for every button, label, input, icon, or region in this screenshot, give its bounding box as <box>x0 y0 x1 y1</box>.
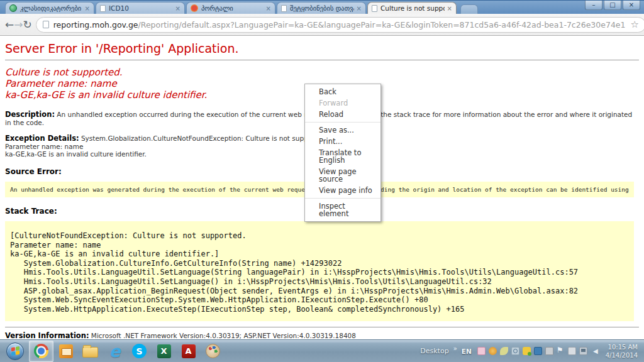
restore-button[interactable]: □ <box>604 1 621 10</box>
tab-messages[interactable]: შეტყობინების დათვალ… × <box>277 2 366 14</box>
tab-close-icon[interactable]: × <box>85 5 90 12</box>
green-globe-favicon-icon <box>9 4 17 12</box>
context-menu-item-reload[interactable]: Reload <box>305 109 380 120</box>
error-subtitle-line2: Parameter name: name <box>5 78 117 89</box>
url-domain: reporting.moh.gov.ge <box>53 20 138 30</box>
tray-printer-icon[interactable] <box>545 347 553 355</box>
internet-explorer-icon: e <box>109 344 121 359</box>
version-text: Microsoft .NET Framework Version:4.0.303… <box>89 332 356 339</box>
tray-icons <box>477 347 599 355</box>
context-menu-separator <box>305 198 380 199</box>
exception-details-text: System.Globalization.CultureNotFoundExce… <box>79 134 328 142</box>
context-menu-item-inspect-element[interactable]: Inspect element <box>305 200 380 219</box>
divider <box>5 60 639 60</box>
taskbar-outlook-button[interactable] <box>53 341 78 362</box>
tab-close-icon[interactable]: × <box>447 5 452 12</box>
close-button[interactable]: × <box>623 1 640 10</box>
tab-portal[interactable]: პორტალი × <box>186 2 275 14</box>
tab-title: პორტალი <box>201 4 264 12</box>
windows-taskbar: e Desktop » EN 10:15 AM 4/14/2014 <box>0 339 644 362</box>
system-tray: Desktop » EN 10:15 AM 4/14/2014 <box>420 343 644 359</box>
chevron-expand-icon[interactable]: » <box>453 345 457 352</box>
document-favicon-icon <box>281 5 287 12</box>
document-favicon-icon <box>372 5 377 12</box>
error-subtitle-line3: ka-GE,ka-GE is an invalid culture identi… <box>5 89 207 101</box>
tray-sync-icon[interactable] <box>534 347 542 355</box>
tab-culture-error-active[interactable]: Culture is not supported. × <box>367 2 457 14</box>
tray-volume-icon[interactable] <box>591 347 599 355</box>
taskbar-chrome-button[interactable] <box>29 341 53 362</box>
divider <box>5 327 639 327</box>
tab-close-icon[interactable]: × <box>175 5 180 12</box>
taskbar-paint-button[interactable] <box>201 341 225 362</box>
stack-trace-box: [CultureNotFoundException: Culture is no… <box>5 221 634 321</box>
document-favicon-icon <box>100 5 106 12</box>
url-text[interactable]: reporting.moh.gov.ge/Reporting/default.a… <box>53 20 626 30</box>
folder-explorer-icon <box>82 347 98 358</box>
skype-icon <box>132 344 147 358</box>
stack-trace-text: [CultureNotFoundException: Culture is no… <box>10 231 629 314</box>
minimize-button[interactable]: – <box>585 1 602 10</box>
tray-antivirus-icon[interactable] <box>523 347 531 355</box>
context-menu-item-view-page-info[interactable]: View page info <box>305 185 380 196</box>
new-tab-button[interactable] <box>460 4 478 14</box>
tray-search-icon[interactable] <box>511 347 519 355</box>
paint-icon <box>206 344 220 358</box>
bookmark-star-icon[interactable]: ☆ <box>630 19 638 30</box>
context-menu-item-forward: Forward <box>305 97 380 109</box>
tray-network-icon[interactable] <box>579 347 587 355</box>
red-portal-favicon-icon <box>191 4 198 12</box>
window-controls: – □ × <box>584 1 640 10</box>
language-indicator[interactable]: EN <box>462 348 472 355</box>
tab-title: კლასიფიკატორები | სა… <box>20 4 82 12</box>
tab-title: ICD10 <box>109 4 173 12</box>
excel-icon <box>157 344 171 358</box>
clock-time: 10:15 AM <box>606 343 638 351</box>
back-icon[interactable]: ← <box>5 18 14 31</box>
exception-details-label: Exception Details: <box>5 134 79 143</box>
windows-flag-icon <box>11 346 19 356</box>
taskbar-explorer-button[interactable] <box>78 341 103 362</box>
acrobat-reader-icon <box>182 344 196 358</box>
context-menu-item-print[interactable]: Print... <box>305 136 380 147</box>
browser-tab-strip: კლასიფიკატორები | სა… × ICD10 × პორტალი … <box>0 0 644 14</box>
outlook-icon <box>59 344 73 358</box>
description-label: Description: <box>5 110 55 119</box>
forward-icon[interactable]: → <box>14 18 23 31</box>
browser-toolbar: ← → ↻ reporting.moh.gov.ge/Reporting/def… <box>0 14 644 36</box>
taskbar-clock[interactable]: 10:15 AM 4/14/2014 <box>606 343 638 359</box>
taskbar-acrobat-button[interactable] <box>176 341 201 362</box>
reload-icon[interactable]: ↻ <box>23 18 32 31</box>
taskbar-excel-button[interactable] <box>152 341 176 362</box>
start-button[interactable] <box>6 343 24 360</box>
context-menu-separator <box>305 122 380 123</box>
tab-title: Culture is not supported. <box>380 4 445 12</box>
tab-classifiers[interactable]: კლასიფიკატორები | სა… × <box>5 2 94 14</box>
tab-list: კლასიფიკატორები | სა… × ICD10 × პორტალი … <box>5 2 478 14</box>
context-menu-item-translate[interactable]: Translate to English <box>305 147 380 166</box>
tray-clipboard-icon[interactable] <box>568 347 576 355</box>
context-menu-item-view-source[interactable]: View page source <box>305 166 380 185</box>
url-path: /Reporting/default.aspx?LanguagePair=ka-… <box>138 20 626 30</box>
error-subtitle-line1: Culture is not supported. <box>5 67 123 78</box>
address-bar[interactable]: reporting.moh.gov.ge/Reporting/default.a… <box>36 17 644 33</box>
tray-flag-action-center-icon[interactable] <box>557 347 565 355</box>
clock-date: 4/14/2014 <box>606 351 638 359</box>
context-menu-item-back[interactable]: Back <box>305 86 380 97</box>
context-menu-item-save-as[interactable]: Save as... <box>305 124 380 136</box>
tray-leaf-icon[interactable] <box>500 347 508 355</box>
context-menu: Back Forward Reload Save as... Print... … <box>304 84 381 222</box>
desktop-toolbar-label[interactable]: Desktop <box>420 347 448 355</box>
tray-app-icon-1[interactable] <box>477 347 486 355</box>
taskbar-internet-explorer-button[interactable]: e <box>103 341 127 362</box>
tab-close-icon[interactable]: × <box>266 5 271 12</box>
tray-security-icon[interactable] <box>489 347 497 355</box>
tab-icd10[interactable]: ICD10 × <box>96 2 185 14</box>
chrome-icon <box>34 344 48 358</box>
page-favicon-icon <box>43 21 49 28</box>
page-title: Server Error in '/Reporting' Application… <box>5 41 639 55</box>
tab-title: შეტყობინების დათვალ… <box>290 4 354 12</box>
taskbar-skype-button[interactable] <box>127 341 152 362</box>
tab-close-icon[interactable]: × <box>357 5 362 12</box>
